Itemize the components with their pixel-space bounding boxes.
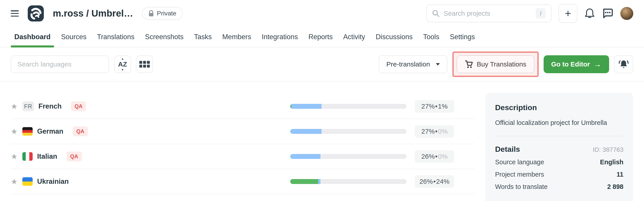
favorite-star-icon[interactable]: ★ — [11, 102, 22, 111]
search-languages-box — [11, 56, 109, 73]
detail-row-project-members: Project members 11 — [495, 171, 624, 178]
language-name[interactable]: French — [38, 102, 62, 110]
arrow-right-icon: → — [594, 60, 602, 69]
project-id: ID: 387763 — [593, 146, 624, 153]
buy-translations-highlight-box: Buy Translations — [452, 52, 539, 77]
flag-ukraine — [22, 177, 33, 186]
project-title: m.ross / Umbrel… — [53, 8, 133, 19]
tab-tasks[interactable]: Tasks — [194, 27, 212, 47]
privacy-badge: Private — [142, 7, 182, 20]
tab-activity[interactable]: Activity — [343, 27, 365, 47]
tab-reports[interactable]: Reports — [308, 27, 333, 47]
language-name[interactable]: Italian — [37, 152, 57, 160]
crowdin-logo-icon[interactable] — [28, 5, 44, 22]
pretranslation-dropdown[interactable]: Pre-translation — [379, 55, 448, 73]
progress-bar — [290, 154, 406, 159]
language-row-french[interactable]: ★ FR French QA 27%•1% — [11, 94, 474, 119]
project-nav-tabs: Dashboard Sources Translations Screensho… — [0, 27, 644, 48]
grid-view-icon — [139, 61, 150, 68]
tab-discussions[interactable]: Discussions — [376, 27, 412, 47]
chevron-down-icon — [436, 63, 440, 66]
tab-tools[interactable]: Tools — [423, 27, 439, 47]
go-to-editor-button[interactable]: Go to Editor → — [544, 55, 609, 73]
qa-issues-badge[interactable]: QA — [73, 126, 88, 136]
search-icon — [432, 10, 440, 17]
progress-bar — [290, 129, 406, 134]
sort-languages-button[interactable]: ▲AZ▼ — [114, 56, 131, 73]
tab-translations[interactable]: Translations — [97, 27, 134, 47]
detail-row-source-language: Source language English — [495, 158, 624, 166]
search-shortcut-key: / — [536, 8, 546, 19]
language-row-ukrainian[interactable]: ★ Ukrainian 26%•24% — [11, 169, 474, 194]
project-dashboard-page: m.ross / Umbrel… Private / + — [0, 0, 644, 201]
qa-issues-badge[interactable]: QA — [67, 151, 82, 161]
details-title: Details — [495, 145, 520, 153]
ringing-bell-icon — [618, 59, 629, 69]
progress-percent-badge: 27%•0% — [415, 125, 454, 138]
grid-view-button[interactable] — [136, 56, 153, 73]
privacy-label: Private — [157, 10, 176, 17]
favorite-star-icon[interactable]: ★ — [11, 152, 22, 161]
favorite-star-icon[interactable]: ★ — [11, 127, 22, 136]
language-row-italian[interactable]: ★ Italian QA 26%•0% — [11, 144, 474, 169]
messages-chat-icon[interactable] — [602, 8, 613, 19]
announcements-button[interactable] — [614, 55, 633, 73]
language-name[interactable]: Ukrainian — [37, 177, 69, 185]
sort-az-icon: ▲AZ▼ — [118, 61, 127, 68]
tab-dashboard[interactable]: Dashboard — [14, 27, 50, 47]
top-bar: m.ross / Umbrel… Private / + — [0, 0, 644, 27]
shopping-cart-icon — [465, 60, 473, 69]
flag-germany — [22, 127, 33, 136]
notifications-bell-icon[interactable] — [584, 8, 595, 19]
language-list: ★ FR French QA 27%•1% ★ German QA 27%•0% — [11, 94, 474, 194]
progress-percent-badge: 27%•1% — [415, 100, 454, 113]
language-row-german[interactable]: ★ German QA 27%•0% — [11, 119, 474, 144]
project-info-card: Description Official localization projec… — [485, 93, 633, 201]
tab-sources[interactable]: Sources — [61, 27, 86, 47]
search-projects-input[interactable] — [444, 10, 532, 17]
favorite-star-icon[interactable]: ★ — [11, 177, 22, 186]
user-avatar[interactable] — [620, 7, 633, 20]
tab-settings[interactable]: Settings — [450, 27, 475, 47]
create-project-button[interactable]: + — [558, 4, 577, 23]
language-name[interactable]: German — [37, 127, 63, 135]
dashboard-toolbar: ▲AZ▼ Pre-translation Buy Translations Go… — [0, 48, 644, 81]
buy-translations-button[interactable]: Buy Translations — [456, 55, 534, 73]
menu-icon[interactable] — [11, 10, 19, 17]
tab-integrations[interactable]: Integrations — [262, 27, 298, 47]
dashboard-main: ★ FR French QA 27%•1% ★ German QA 27%•0% — [0, 81, 644, 201]
flag-french-code: FR — [22, 101, 34, 111]
progress-percent-badge: 26%•0% — [415, 150, 454, 163]
detail-row-words-to-translate: Words to translate 2 898 — [495, 183, 624, 190]
flag-italy — [22, 152, 33, 161]
card-divider — [495, 136, 624, 136]
progress-percent-badge: 26%•24% — [415, 175, 454, 188]
tab-screenshots[interactable]: Screenshots — [145, 27, 183, 47]
tab-members[interactable]: Members — [222, 27, 251, 47]
progress-bar — [290, 104, 406, 109]
description-title: Description — [495, 103, 624, 112]
description-text: Official localization project for Umbrel… — [495, 119, 624, 126]
qa-issues-badge[interactable]: QA — [71, 101, 86, 111]
progress-bar — [290, 179, 406, 184]
search-projects-box: / — [426, 5, 552, 22]
search-languages-input[interactable] — [18, 60, 102, 68]
lock-icon — [148, 10, 154, 17]
